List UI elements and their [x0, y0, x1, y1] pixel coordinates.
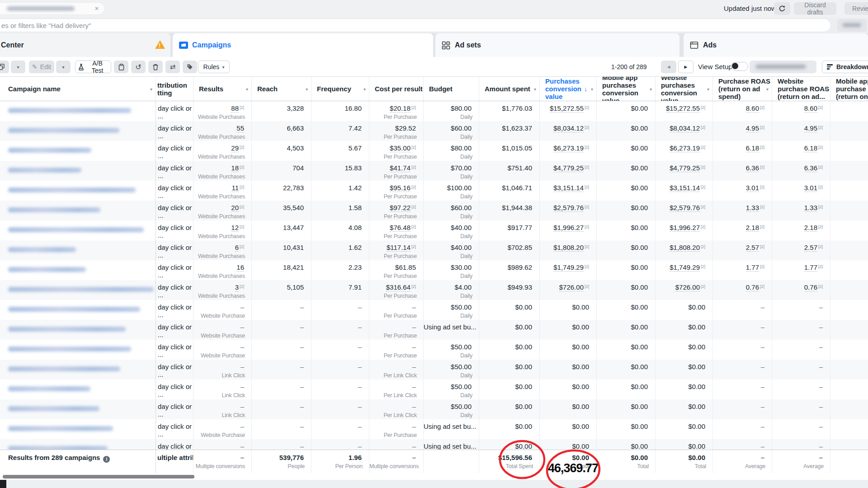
chevron-down-icon[interactable]: ▾	[766, 85, 769, 93]
next-page-button[interactable]: ▶	[678, 61, 693, 73]
table-row[interactable]: day click or ... 55 Website Purchases 6,…	[0, 121, 868, 141]
duplicate-button[interactable]	[0, 61, 9, 73]
campaign-name-cell[interactable]	[0, 121, 156, 141]
tab-ads[interactable]: Ads	[684, 33, 868, 57]
column-header-frequency[interactable]: Frequency ↓ ▾	[311, 77, 369, 101]
column-header-website-purchase-roas[interactable]: Websitepurchase ROAS(return on ad... ↓ ▾	[772, 77, 830, 101]
table-row[interactable]: day click or ... 16 Website Purchases 18…	[0, 260, 868, 280]
campaign-name-cell[interactable]	[0, 380, 156, 399]
chevron-down-icon[interactable]: ▾	[363, 85, 366, 93]
cell-purchase-roas: 2.57[2]	[713, 240, 772, 260]
refresh-button[interactable]	[774, 2, 790, 15]
chevron-down-icon[interactable]: ▾	[591, 85, 593, 93]
chevron-down-icon[interactable]: ▾	[246, 85, 248, 93]
cell-frequency: 1.58	[311, 201, 369, 221]
table-row[interactable]: day click or ... – Website Purchase – – …	[0, 419, 868, 439]
table-row[interactable]: day click or ... – Link Click – – – Per …	[0, 360, 868, 380]
campaign-name-cell[interactable]	[0, 221, 156, 240]
cell-amount-spent: $0.00	[479, 300, 540, 320]
chevron-down-icon[interactable]: ▾	[418, 85, 420, 93]
cell-purchase-roas: –	[713, 439, 772, 450]
column-header-amount-spent[interactable]: Amount spent ↓ ▾	[479, 77, 540, 101]
column-header-campaign-name[interactable]: Campaign name ↓ ▾	[0, 77, 156, 101]
chevron-down-icon[interactable]: ▾	[707, 85, 709, 93]
campaign-name-cell[interactable]	[0, 201, 156, 221]
column-header-reach[interactable]: Reach ↓ ▾	[252, 77, 311, 101]
column-header-cost-per-result[interactable]: Cost per result ↓ ▾	[369, 77, 424, 101]
edit-button[interactable]: ✎ Edit	[29, 61, 54, 73]
search-filters-button[interactable]	[837, 19, 867, 32]
campaign-name-cell[interactable]	[0, 141, 156, 161]
campaign-name-redacted	[8, 227, 144, 232]
undo-button[interactable]: ↺	[131, 61, 146, 73]
column-header-mobile-app-purchase-roas[interactable]: Mobile apppurchase ROAS(return on ad... …	[830, 77, 868, 101]
clipboard-button[interactable]	[114, 61, 128, 73]
columns-selector-redacted[interactable]	[750, 61, 816, 73]
tag-button[interactable]	[183, 61, 197, 73]
table-row[interactable]: day click or ... – Link Click – – – Per …	[0, 380, 868, 399]
chevron-down-icon[interactable]: ▾	[825, 85, 827, 93]
duplicate-menu-button[interactable]: ▾	[11, 61, 25, 73]
search-input[interactable]	[0, 19, 830, 32]
column-header-website-purchases-conversion-value[interactable]: Websitepurchasesconversion value ↓ ▾	[656, 77, 713, 101]
cell-frequency: –	[311, 380, 369, 399]
table-row[interactable]: day click or ... 20[2] Website Purchases…	[0, 201, 868, 221]
table-row[interactable]: day click or ... 29[2] Website Purchases…	[0, 141, 868, 161]
campaign-name-cell[interactable]	[0, 181, 156, 201]
previous-page-button[interactable]: ◀	[661, 61, 676, 73]
export-button[interactable]: ⇄	[165, 61, 180, 73]
campaign-name-cell[interactable]	[0, 360, 156, 380]
tab-ad-sets[interactable]: Ad sets	[435, 33, 679, 57]
tab-account-center[interactable]: Center !	[0, 33, 170, 57]
discard-drafts-button[interactable]: Discard drafts	[794, 2, 836, 15]
column-header-budget[interactable]: Budget ↓ ▾	[424, 77, 479, 101]
cell-value: $0.00	[515, 403, 532, 410]
column-header-purchases-conversion-value[interactable]: Purchasesconversionvalue ↓ ▾	[540, 77, 597, 101]
chevron-down-icon[interactable]: ▾	[306, 85, 308, 93]
table-row[interactable]: day click or ... 11[2] Website Purchases…	[0, 181, 868, 201]
table-row[interactable]: day click or ... 3[2] Website Purchases …	[0, 280, 868, 300]
column-header-attribution-setting[interactable]: ttributiontting ↓ ▾	[156, 77, 193, 101]
campaign-name-cell[interactable]	[0, 320, 156, 340]
edit-menu-button[interactable]: ▾	[56, 61, 71, 73]
breakdown-dropdown[interactable]: Breakdown ▾	[822, 61, 868, 73]
table-row[interactable]: day click or ... – Website Purchase – – …	[0, 320, 868, 340]
tab-campaigns[interactable]: Campaigns	[173, 33, 433, 57]
column-header-purchase-roas[interactable]: Purchase ROAS(return on adspend) ↓ ▾	[713, 77, 772, 101]
campaign-name-cell[interactable]	[0, 439, 156, 450]
delete-button[interactable]	[148, 61, 163, 73]
ab-test-button[interactable]: A/B Test	[75, 61, 111, 73]
cell-purchase-roas: 2.18[2]	[713, 221, 772, 240]
column-header-mobile-app-purchases-conversion-value[interactable]: Mobile apppurchasesconversion value ↓ ▾	[597, 77, 656, 101]
account-selector[interactable]: ✕	[0, 2, 105, 15]
rules-dropdown[interactable]: Rules ▾	[198, 61, 230, 73]
campaign-name-cell[interactable]	[0, 340, 156, 360]
campaign-name-cell[interactable]	[0, 419, 156, 439]
cell-value: –	[761, 383, 764, 390]
chevron-down-icon[interactable]: ▾	[534, 85, 536, 93]
campaign-name-cell[interactable]	[0, 240, 156, 260]
chevron-down-icon[interactable]: ▾	[650, 85, 652, 93]
column-header-results[interactable]: Results ↓ ▾	[193, 77, 252, 101]
chevron-down-icon[interactable]: ▾	[150, 85, 152, 93]
campaign-name-cell[interactable]	[0, 260, 156, 280]
table-row[interactable]: day click or ... – – – – Using ad set bu…	[0, 439, 868, 450]
view-setup-toggle[interactable]	[731, 62, 748, 71]
table-row[interactable]: day click or ... 12[2] Website Purchases…	[0, 221, 868, 240]
table-row[interactable]: day click or ... – Link Click – – – Per …	[0, 399, 868, 419]
table-row[interactable]: day click or ... – Website Purchase – – …	[0, 340, 868, 360]
campaign-name-cell[interactable]	[0, 161, 156, 181]
campaign-name-cell[interactable]	[0, 280, 156, 300]
info-icon[interactable]: i	[103, 456, 110, 463]
table-row[interactable]: day click or ... 18[2] Website Purchases…	[0, 161, 868, 181]
close-icon[interactable]: ✕	[94, 5, 99, 12]
table-row[interactable]: day click or ... 6[2] Website Purchases …	[0, 240, 868, 260]
campaign-name-cell[interactable]	[0, 300, 156, 320]
horizontal-scrollbar-thumb[interactable]	[3, 475, 194, 479]
search-field[interactable]	[0, 19, 831, 32]
review-button[interactable]: Review	[844, 2, 868, 15]
campaign-name-cell[interactable]	[0, 399, 156, 419]
table-row[interactable]: day click or ... – Website Purchase – – …	[0, 300, 868, 320]
campaign-name-cell[interactable]	[0, 101, 156, 121]
table-row[interactable]: day click or ... 88[2] Website Purchases…	[0, 101, 868, 121]
